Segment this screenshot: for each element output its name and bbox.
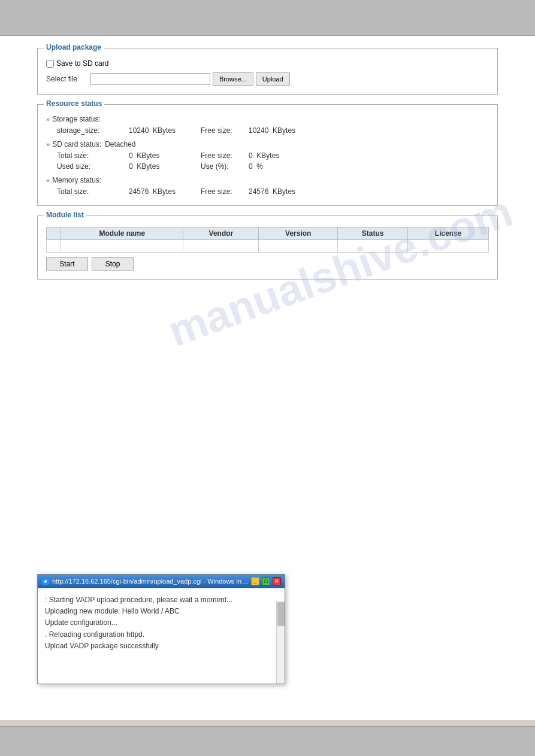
ie-icon: e — [41, 577, 50, 585]
sdcard-percent-label: Use (%): — [201, 162, 249, 171]
col-version-header: Version — [259, 227, 338, 240]
maximize-button[interactable]: □ — [262, 577, 270, 585]
resource-status-section: Resource status » Storage status: storag… — [37, 104, 498, 206]
sdcard-status-value: Detached — [105, 140, 135, 148]
storage-status-row: » Storage status: — [46, 113, 489, 125]
browser-line-2: Uploading new module: Hello World / ABC — [45, 606, 273, 617]
sdcard-toggle-icon[interactable]: » — [46, 141, 50, 148]
module-table: Module name Vendor Version Status Licens… — [46, 227, 489, 253]
storage-size-label: storage_size: — [57, 126, 129, 135]
sdcard-free-label: Free size: — [201, 151, 249, 160]
table-row — [47, 240, 489, 253]
start-button[interactable]: Start — [46, 257, 88, 271]
col-vendor-header: Vendor — [183, 227, 259, 240]
sdcard-total-free-row: Total size: 0 KBytes Free size: 0 KBytes — [46, 150, 489, 161]
select-file-row: Select file Browse... Upload — [46, 72, 489, 86]
module-table-body — [47, 240, 489, 253]
browser-line-4: . Reloading configuration httpd. — [45, 629, 273, 640]
col-status-header: Status — [338, 227, 408, 240]
browse-button[interactable]: Browse... — [213, 72, 253, 86]
storage-status-group: » Storage status: storage_size: 10240 KB… — [46, 113, 489, 136]
module-buttons: Start Stop — [46, 257, 489, 271]
browser-titlebar: e http://172.16.62.165/cgi-bin/admin/upl… — [38, 575, 285, 588]
sdcard-total-value: 0 KBytes — [129, 151, 201, 160]
memory-detail-row: Total size: 24576 KBytes Free size: 2457… — [46, 186, 489, 197]
module-table-header: Module name Vendor Version Status Licens… — [47, 227, 489, 240]
scroll-thumb — [277, 602, 285, 626]
storage-free-value: 10240 KBytes — [249, 126, 309, 135]
memory-status-label: Memory status: — [52, 176, 101, 184]
module-list-title: Module list — [44, 211, 86, 219]
save-to-sd-row: Save to SD card — [46, 59, 489, 68]
sdcard-used-percent-row: Used size: 0 KBytes Use (%): 0 % — [46, 161, 489, 172]
sdcard-free-value: 0 KBytes — [249, 151, 309, 160]
browser-line-1: : Starting VADP upload procedure, please… — [45, 594, 273, 606]
browser-line-3: Update configuration... — [45, 617, 273, 629]
upload-package-title: Upload package — [44, 43, 104, 51]
storage-size-value: 10240 KBytes — [129, 126, 201, 135]
browser-line-5: Upload VADP package successfully — [45, 640, 273, 652]
storage-detail-row: storage_size: 10240 KBytes Free size: 10… — [46, 125, 489, 136]
memory-status-group: » Memory status: Total size: 24576 KByte… — [46, 174, 489, 197]
browser-popup: e http://172.16.62.165/cgi-bin/admin/upl… — [37, 574, 285, 684]
memory-total-label: Total size: — [57, 187, 129, 196]
storage-status-label: Storage status: — [52, 115, 101, 123]
memory-toggle-icon[interactable]: » — [46, 177, 50, 184]
col-select-header — [47, 227, 61, 240]
upload-button[interactable]: Upload — [256, 72, 290, 86]
browser-scrollbar[interactable] — [276, 601, 285, 684]
top-bar — [0, 0, 535, 36]
col-license-header: License — [408, 227, 489, 240]
browser-body: : Starting VADP upload procedure, please… — [38, 588, 285, 684]
file-input[interactable] — [90, 73, 210, 85]
bottom-bar — [0, 726, 535, 756]
upload-package-section: Upload package Save to SD card Select fi… — [37, 48, 498, 95]
save-to-sd-label: Save to SD card — [56, 59, 108, 68]
page-content: Upload package Save to SD card Select fi… — [0, 36, 535, 720]
browser-title: http://172.16.62.165/cgi-bin/admin/uploa… — [52, 578, 249, 585]
col-name-header: Module name — [61, 227, 183, 240]
sdcard-total-label: Total size: — [57, 151, 129, 160]
memory-free-label: Free size: — [201, 187, 249, 196]
select-file-label: Select file — [46, 75, 88, 83]
close-button[interactable]: ✕ — [273, 577, 281, 585]
sdcard-used-value: 0 KBytes — [129, 162, 201, 171]
memory-total-value: 24576 KBytes — [129, 187, 201, 196]
stop-button[interactable]: Stop — [92, 257, 134, 271]
resource-status-title: Resource status — [44, 99, 104, 108]
sdcard-status-label: SD card status: — [52, 140, 101, 148]
storage-toggle-icon[interactable]: » — [46, 116, 50, 123]
browser-body-wrapper: : Starting VADP upload procedure, please… — [38, 588, 285, 684]
minimize-button[interactable]: _ — [251, 577, 259, 585]
sdcard-status-row: » SD card status: Detached — [46, 138, 489, 150]
memory-status-row: » Memory status: — [46, 174, 489, 186]
sdcard-percent-value: 0 % — [249, 162, 309, 171]
module-list-section: Module list Module name Vendor Version S… — [37, 215, 498, 280]
storage-free-label: Free size: — [201, 126, 249, 135]
sdcard-used-label: Used size: — [57, 162, 129, 171]
save-to-sd-checkbox[interactable] — [46, 60, 54, 68]
sdcard-status-group: » SD card status: Detached Total size: 0… — [46, 138, 489, 172]
memory-free-value: 24576 KBytes — [249, 187, 309, 196]
